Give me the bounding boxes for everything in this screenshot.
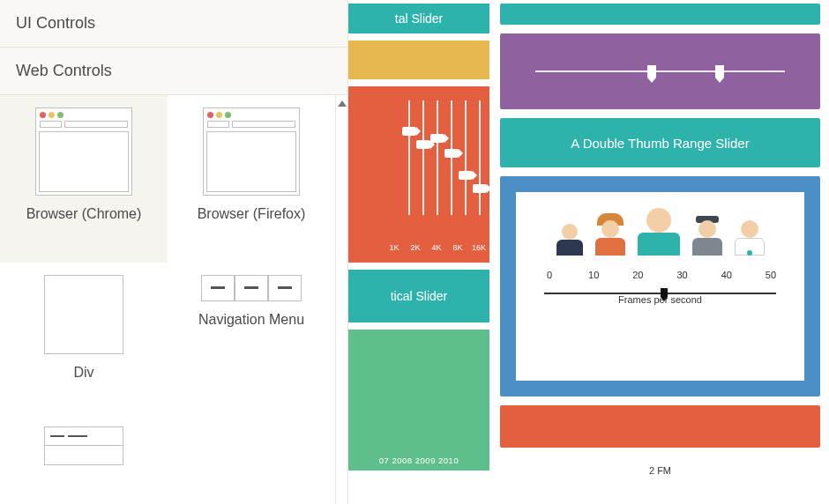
- controls-sidebar: UI Controls Web Controls Browser (Chrome…: [0, 0, 348, 504]
- tile-label: tical Slider: [391, 289, 448, 303]
- stencil-label: Navigation Menu: [198, 310, 304, 330]
- right-tiles: A Double Thumb Range Slider 0 10 20 30 4…: [489, 0, 829, 504]
- card-fps-slider[interactable]: 0 10 20 30 40 50 Frames per second: [500, 176, 820, 397]
- div-illustration: [44, 275, 123, 354]
- stencil-browser-firefox[interactable]: Browser (Firefox): [168, 95, 335, 263]
- avatar-teal-icon: [638, 208, 680, 256]
- range-thumb-right[interactable]: [715, 65, 724, 78]
- equalizer-hz-labels: 1K 2K 4K 8K 16K: [384, 243, 489, 256]
- fps-panel: 0 10 20 30 40 50 Frames per second: [516, 192, 804, 381]
- range-thumb-left[interactable]: [647, 65, 656, 78]
- card-label: A Double Thumb Range Slider: [571, 136, 749, 151]
- fps-slider-thumb[interactable]: [661, 288, 668, 297]
- stencil-scrollbar[interactable]: [335, 95, 347, 504]
- stencil-label: Div: [73, 363, 93, 382]
- stencil-nav-menu[interactable]: Navigation Menu: [168, 263, 335, 421]
- avatar-row: [537, 208, 783, 256]
- section-web-controls[interactable]: Web Controls: [0, 48, 347, 95]
- card-orange-partial[interactable]: [500, 405, 820, 448]
- stencil-label: Browser (Chrome): [26, 204, 142, 224]
- tile-vertical-slider-demo[interactable]: 1K 2K 4K 8K 16K: [348, 86, 489, 263]
- section-ui-controls[interactable]: UI Controls: [0, 0, 347, 48]
- tile-yellow-bar[interactable]: [348, 41, 489, 79]
- card-double-thumb-label[interactable]: A Double Thumb Range Slider: [500, 118, 820, 167]
- card-double-thumb-purple[interactable]: [500, 33, 820, 109]
- tile-area-chart[interactable]: 07 2008 2009 2010: [348, 330, 489, 471]
- nav-illustration: [201, 275, 302, 301]
- avatar-doctor-icon: [735, 220, 765, 256]
- stencil-div[interactable]: Div: [0, 263, 168, 421]
- tile-vertical-slider-title[interactable]: tical Slider: [348, 270, 489, 322]
- stencil-extra-empty: [168, 421, 335, 504]
- browser-firefox-illustration: [203, 107, 300, 196]
- stencil-extra[interactable]: [0, 421, 168, 504]
- fps-slider-track[interactable]: [544, 293, 776, 294]
- equalizer-tracks[interactable]: [400, 86, 489, 222]
- misc-illustration: [44, 426, 123, 465]
- fm-label: 2 FM: [500, 456, 820, 476]
- range-slider-track[interactable]: [535, 70, 785, 72]
- stencil-browser-chrome[interactable]: Browser (Chrome): [0, 95, 168, 263]
- avatar-suit-icon: [556, 224, 583, 256]
- partial-top-card: [500, 4, 820, 25]
- fps-tick-labels: 0 10 20 30 40 50: [542, 270, 778, 280]
- chart-year-axis: 07 2008 2009 2010: [379, 456, 459, 465]
- tile-horizontal-slider-label[interactable]: tal Slider: [348, 4, 489, 33]
- scrollbar-up-arrow-icon[interactable]: [338, 100, 347, 107]
- tile-label: tal Slider: [395, 11, 443, 26]
- browser-chrome-illustration: [35, 107, 132, 196]
- avatar-officer-icon: [692, 216, 722, 256]
- avatar-redhead-icon: [595, 213, 625, 256]
- middle-tiles: tal Slider 1K 2K 4K 8K 16K tical Slider: [348, 0, 489, 504]
- stencil-label: Browser (Firefox): [198, 204, 306, 224]
